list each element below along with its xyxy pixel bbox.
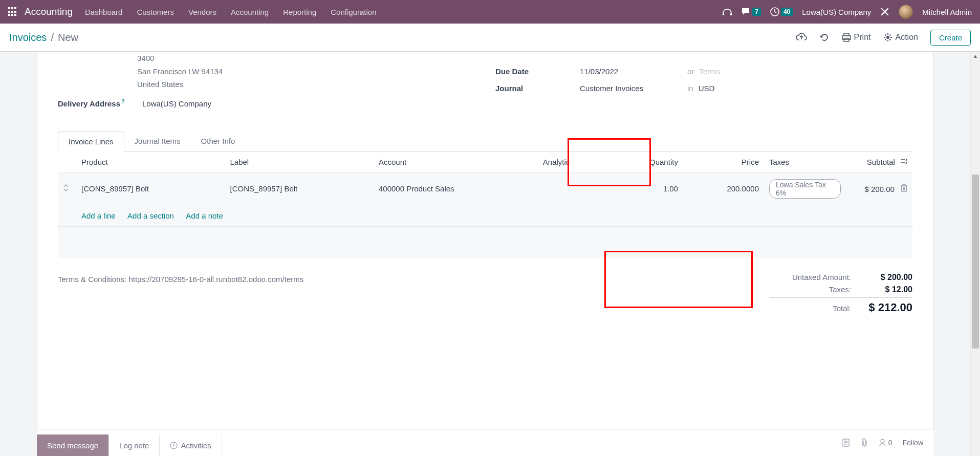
untaxed-value: $ 200.00 <box>861 273 912 282</box>
add-a-line[interactable]: Add a line <box>81 211 116 220</box>
discard-icon[interactable] <box>819 32 830 42</box>
currency-value[interactable]: USD <box>699 84 715 93</box>
address-line-1: 3400 <box>137 52 475 65</box>
followers-count[interactable]: 0 <box>879 439 892 447</box>
col-account[interactable]: Account <box>374 151 538 173</box>
total-value: $ 212.00 <box>861 301 912 314</box>
avatar[interactable] <box>899 5 913 19</box>
activities-badge: 40 <box>781 8 793 16</box>
support-icon[interactable] <box>722 8 732 16</box>
print-label: Print <box>854 33 871 42</box>
delete-line-icon[interactable] <box>901 185 907 193</box>
untaxed-label: Untaxed Amount: <box>779 273 851 281</box>
add-a-section[interactable]: Add a section <box>127 211 174 220</box>
app-brand[interactable]: Accounting <box>25 6 73 17</box>
paperclip-icon[interactable] <box>860 438 868 447</box>
delivery-address-value[interactable]: Lowa(US) Company <box>142 99 211 108</box>
address-line-3: United States <box>137 78 475 91</box>
send-message-button[interactable]: Send message <box>37 435 109 456</box>
col-taxes[interactable]: Taxes <box>764 151 846 173</box>
table-spacer <box>58 226 912 257</box>
cell-quantity[interactable]: 1.00 <box>609 172 683 205</box>
delivery-address-label: Delivery Address? <box>58 98 142 108</box>
cell-price[interactable]: 200.0000 <box>683 172 764 205</box>
top-navbar: Accounting Dashboard Customers Vendors A… <box>0 0 980 24</box>
tab-invoice-lines[interactable]: Invoice Lines <box>58 132 124 151</box>
tab-other-info[interactable]: Other Info <box>191 132 246 151</box>
nav-customers[interactable]: Customers <box>137 8 174 16</box>
svg-rect-5 <box>844 38 849 41</box>
breadcrumb-sep: / <box>51 32 54 44</box>
totals-panel: Untaxed Amount: $ 200.00 Taxes: $ 12.00 … <box>769 273 912 317</box>
taxes-row: Taxes: $ 12.00 <box>769 285 912 294</box>
terms-and-conditions[interactable]: Terms & Conditions: https://20709295-16-… <box>58 273 769 317</box>
nav-accounting[interactable]: Accounting <box>231 8 269 16</box>
total-row: Total: $ 212.00 <box>769 297 912 314</box>
tax-tag[interactable]: Lowa Sales Tax 6% <box>769 179 841 199</box>
help-icon[interactable]: ? <box>121 98 125 104</box>
col-subtotal[interactable]: Subtotal <box>867 158 895 166</box>
breadcrumb-root[interactable]: Invoices <box>9 32 47 44</box>
journal-in: in <box>687 84 693 93</box>
cell-account[interactable]: 400000 Product Sales <box>374 172 538 205</box>
journal-value[interactable]: Customer Invoices <box>580 84 682 93</box>
cloud-upload-icon[interactable] <box>796 33 807 42</box>
nav-vendors[interactable]: Vendors <box>188 8 216 16</box>
drag-handle-icon[interactable] <box>63 184 71 193</box>
nav-reporting[interactable]: Reporting <box>283 8 316 16</box>
svg-rect-0 <box>723 13 724 15</box>
messages-icon[interactable]: 7 <box>742 8 761 16</box>
due-date-or: or <box>687 67 694 76</box>
table-row[interactable]: [CONS_89957] Bolt [CONS_89957] Bolt 4000… <box>58 172 912 205</box>
apps-icon[interactable] <box>8 7 17 16</box>
col-price[interactable]: Price <box>683 151 764 173</box>
attachments-icon[interactable] <box>842 438 850 447</box>
nav-configuration[interactable]: Configuration <box>331 8 376 16</box>
control-panel-right: Print Action Create <box>796 30 971 46</box>
activities-icon[interactable]: 40 <box>770 7 793 16</box>
col-quantity[interactable]: Quantity <box>609 151 683 173</box>
user-menu[interactable]: Mitchell Admin <box>922 8 972 16</box>
delivery-address-row: Delivery Address? Lowa(US) Company <box>58 98 475 108</box>
due-date-label: Due Date <box>495 67 580 76</box>
due-date-value[interactable]: 11/03/2022 <box>580 67 682 76</box>
debug-icon[interactable] <box>880 7 889 16</box>
chatter-right: 0 Follow <box>842 438 933 447</box>
col-analytic[interactable]: Analytic <box>538 151 609 173</box>
activities-button[interactable]: Activities <box>160 435 222 456</box>
follow-button[interactable]: Follow <box>903 439 923 447</box>
col-product[interactable]: Product <box>76 151 225 173</box>
optional-columns-icon[interactable] <box>900 158 907 166</box>
clock-icon <box>170 442 178 449</box>
add-a-note[interactable]: Add a note <box>186 211 223 220</box>
vertical-scrollbar[interactable]: ▲ <box>970 52 980 456</box>
scroll-up-arrow[interactable]: ▲ <box>971 52 980 61</box>
cell-label[interactable]: [CONS_89957] Bolt <box>225 172 373 205</box>
log-note-button[interactable]: Log note <box>109 435 160 456</box>
due-date-row: Due Date 11/03/2022 or Terms <box>495 67 912 76</box>
main-wrapper: 3400 San Francisco LW 94134 United State… <box>0 52 970 456</box>
scroll-thumb[interactable] <box>972 175 979 349</box>
customer-address: 3400 San Francisco LW 94134 United State… <box>137 52 475 91</box>
print-button[interactable]: Print <box>842 33 871 42</box>
nav-dashboard[interactable]: Dashboard <box>85 8 122 16</box>
breadcrumb-current: New <box>58 32 78 44</box>
address-line-2: San Francisco LW 94134 <box>137 65 475 78</box>
company-selector[interactable]: Lowa(US) Company <box>802 8 871 16</box>
payment-terms-field[interactable]: Terms <box>699 67 720 76</box>
svg-rect-1 <box>730 13 732 15</box>
journal-label: Journal <box>495 84 580 93</box>
cell-product[interactable]: [CONS_89957] Bolt <box>76 172 225 205</box>
cell-subtotal: $ 200.00 <box>846 172 912 205</box>
messages-badge: 7 <box>752 8 761 16</box>
form-left-col: 3400 San Francisco LW 94134 United State… <box>58 52 475 116</box>
cell-analytic[interactable] <box>538 172 609 205</box>
form-header-grid: 3400 San Francisco LW 94134 United State… <box>58 52 912 116</box>
tab-journal-items[interactable]: Journal Items <box>124 132 191 151</box>
svg-point-9 <box>881 440 884 443</box>
col-label[interactable]: Label <box>225 151 373 173</box>
create-button[interactable]: Create <box>930 30 971 46</box>
action-button[interactable]: Action <box>883 33 918 42</box>
cell-taxes[interactable]: Lowa Sales Tax 6% <box>764 172 846 205</box>
journal-row: Journal Customer Invoices in USD <box>495 84 912 93</box>
